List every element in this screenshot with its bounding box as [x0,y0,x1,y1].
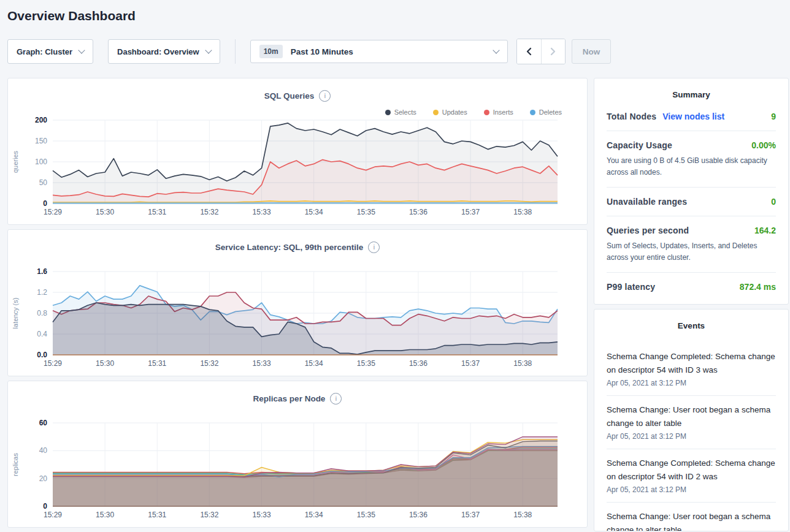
svg-text:15:31: 15:31 [148,511,166,519]
main-content: SQL Queries i Selects Updates Inserts [7,78,789,531]
event-item: Schema Change: User root began a schema … [607,503,776,531]
svg-text:15:31: 15:31 [148,208,166,216]
summary-value: 164.2 [754,226,776,235]
svg-text:200: 200 [35,116,47,124]
summary-description: Sum of Selects, Updates, Inserts, and De… [607,240,776,263]
next-interval-button[interactable] [541,39,565,64]
graph-dropdown[interactable]: Graph: Cluster [7,39,93,64]
chevron-down-icon [205,47,212,53]
svg-text:15:36: 15:36 [409,511,428,519]
event-text: Schema Change Completed: Schema change o… [607,457,776,484]
legend-label: Deletes [539,108,562,116]
svg-text:15:38: 15:38 [513,359,532,368]
summary-row-p99-latency: P99 latency 872.4 ms [607,282,776,292]
event-timestamp: Apr 05, 2021 at 3:12 PM [607,485,776,494]
svg-text:15:30: 15:30 [96,359,114,368]
event-text: Schema Change: User root began a schema … [607,510,776,531]
svg-text:0.0: 0.0 [37,351,47,359]
svg-text:15:35: 15:35 [357,511,375,519]
event-item: Schema Change Completed: Schema change o… [607,343,776,396]
svg-text:15:30: 15:30 [96,208,114,216]
divider [607,272,776,273]
divider [607,187,776,188]
svg-text:15:37: 15:37 [461,359,480,368]
time-range-label: Past 10 Minutes [291,47,353,56]
events-title: Events [607,321,776,330]
now-button[interactable]: Now [572,39,612,64]
legend-label: Selects [394,108,416,116]
dashboard-dropdown-label: Dashboard: Overview [117,47,199,56]
time-range-badge: 10m [259,45,283,58]
event-text: Schema Change Completed: Schema change o… [607,350,776,377]
sidebar: Summary Total Nodes View nodes list 9 Ca… [594,78,789,531]
summary-label: Capacity Usage [607,140,672,150]
chart-title-row: Replicas per Node i [8,393,587,405]
svg-text:15:32: 15:32 [200,208,218,216]
svg-text:15:35: 15:35 [357,359,375,368]
graph-dropdown-label: Graph: Cluster [17,47,72,56]
legend-dot [530,110,535,115]
svg-text:15:30: 15:30 [96,511,114,519]
svg-text:15:32: 15:32 [200,359,218,368]
sql-queries-panel: SQL Queries i Selects Updates Inserts [7,78,588,225]
previous-interval-button[interactable] [517,39,541,64]
replicas-per-node-panel: Replicas per Node i 15:2915:3015:3115:32… [7,381,588,528]
event-text: Schema Change: User root began a schema … [607,403,776,430]
svg-text:150: 150 [35,137,47,145]
summary-label: P99 latency [607,282,655,292]
svg-text:15:29: 15:29 [44,511,62,519]
summary-panel: Summary Total Nodes View nodes list 9 Ca… [594,78,789,305]
svg-text:15:32: 15:32 [200,511,218,519]
dashboard-dropdown[interactable]: Dashboard: Overview [108,39,220,64]
summary-value: 872.4 ms [740,282,776,292]
time-nav-group [516,39,566,64]
info-icon[interactable]: i [368,241,380,253]
time-range-selector[interactable]: 10m Past 10 Minutes [250,40,508,63]
summary-value: 0.00% [751,140,776,150]
legend-dot [433,110,439,115]
svg-text:100: 100 [35,158,47,166]
svg-text:latency (s): latency (s) [12,298,19,329]
event-timestamp: Apr 05, 2021 at 3:12 PM [607,379,776,387]
event-item: Schema Change Completed: Schema change o… [607,449,776,503]
summary-label: Total Nodes [607,112,656,121]
divider [235,39,236,64]
svg-text:15:33: 15:33 [253,511,271,519]
page: Overview Dashboard Graph: Cluster Dashbo… [0,0,790,531]
svg-text:0: 0 [43,502,47,511]
summary-label: Queries per second [607,226,689,235]
svg-text:15:31: 15:31 [148,359,166,368]
svg-text:0.8: 0.8 [37,309,47,317]
legend-label: Updates [442,108,467,116]
chevron-left-icon [525,47,533,56]
legend-item: Selects [385,108,416,116]
summary-label: Unavailable ranges [607,197,687,207]
svg-text:15:33: 15:33 [253,208,271,216]
summary-row-total-nodes: Total Nodes View nodes list 9 [607,112,776,121]
chart-title-row: SQL Queries i [8,90,587,102]
svg-text:15:38: 15:38 [513,208,532,216]
info-icon[interactable]: i [330,393,342,405]
legend-item: Deletes [530,108,562,116]
chart-title: SQL Queries [264,91,315,101]
divider [607,131,776,131]
svg-text:15:29: 15:29 [44,359,62,368]
summary-value: 9 [771,112,776,121]
svg-text:15:36: 15:36 [409,359,428,368]
chevron-down-icon [78,47,85,53]
event-timestamp: Apr 05, 2021 at 3:12 PM [607,432,776,441]
svg-text:replicas: replicas [12,453,19,476]
svg-text:60: 60 [39,419,48,427]
summary-row-qps: Queries per second 164.2 Sum of Selects,… [607,226,776,263]
sql-queries-legend: Selects Updates Inserts Deletes [385,108,562,116]
info-icon[interactable]: i [319,90,331,102]
summary-row-unavailable-ranges: Unavailable ranges 0 [607,197,776,207]
legend-label: Inserts [493,108,513,116]
service-latency-panel: Service Latency: SQL, 99th percentile i … [7,229,588,376]
summary-description: You are using 0 B of 4.5 GiB usable disk… [607,155,776,178]
svg-text:50: 50 [39,178,48,187]
legend-item: Updates [433,108,467,116]
view-nodes-list-link[interactable]: View nodes list [662,112,724,121]
controls-bar: Graph: Cluster Dashboard: Overview 10m P… [7,39,789,64]
svg-text:20: 20 [39,474,48,483]
